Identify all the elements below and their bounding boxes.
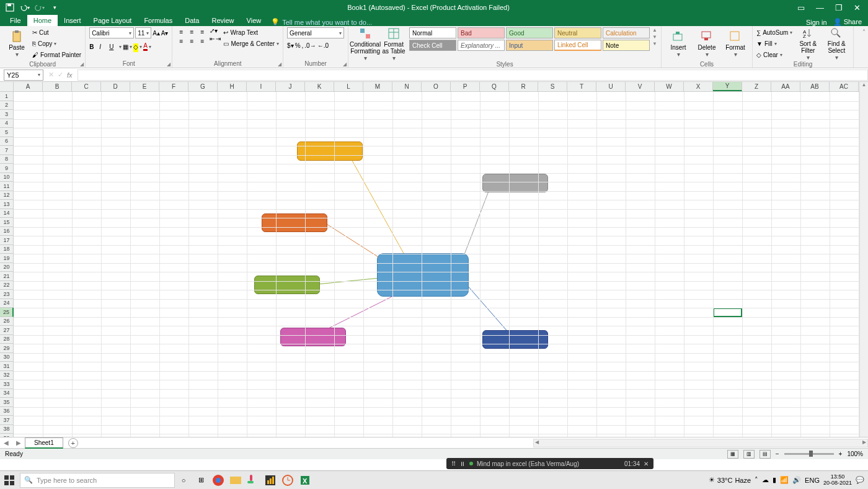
styles-scroll-down-icon[interactable]: ▼ xyxy=(652,34,657,40)
row-header[interactable]: 26 xyxy=(0,317,14,326)
format-cells-button[interactable]: Format▾ xyxy=(722,27,748,61)
style-neutral[interactable]: Neutral xyxy=(554,27,601,38)
comma-format-icon[interactable]: , xyxy=(302,42,304,49)
language-indicator[interactable]: ENG xyxy=(805,477,820,484)
zoom-in-icon[interactable]: + xyxy=(839,451,843,457)
accounting-format-icon[interactable]: $▾ xyxy=(287,42,294,49)
column-header[interactable]: Q xyxy=(480,82,509,91)
column-header[interactable]: AA xyxy=(771,82,800,91)
row-header[interactable]: 29 xyxy=(0,344,14,353)
normal-view-icon[interactable]: ▦ xyxy=(727,450,738,459)
row-header[interactable]: 8 xyxy=(0,155,14,164)
sheet-tab-1[interactable]: Sheet1 xyxy=(25,437,63,449)
column-header[interactable]: J xyxy=(276,82,305,91)
recording-close-icon[interactable]: ✕ xyxy=(644,460,649,467)
excel-icon[interactable]: X xyxy=(296,471,314,490)
sheet-nav-next-icon[interactable]: ▶ xyxy=(12,439,25,446)
find-select-button[interactable]: Find & Select▾ xyxy=(823,27,849,61)
column-header[interactable]: E xyxy=(130,82,159,91)
column-header[interactable]: N xyxy=(392,82,422,91)
row-header[interactable]: 1 xyxy=(0,92,14,101)
row-header[interactable]: 7 xyxy=(0,146,14,155)
tab-page-layout[interactable]: Page Layout xyxy=(87,15,138,26)
name-box[interactable]: Y25▾ xyxy=(4,70,43,81)
shape-orange[interactable] xyxy=(262,213,327,232)
action-center-icon[interactable]: 💬 xyxy=(856,476,864,484)
column-header[interactable]: AC xyxy=(830,82,859,91)
fx-icon[interactable]: fx xyxy=(67,71,73,79)
underline-button[interactable]: U xyxy=(109,43,118,50)
cut-button[interactable]: ✂Cut xyxy=(32,27,81,37)
wifi-icon[interactable]: 📶 xyxy=(780,476,789,484)
add-sheet-button[interactable]: + xyxy=(68,438,78,448)
weather-widget[interactable]: ☀ 33°C Haze xyxy=(709,476,751,484)
row-header[interactable]: 33 xyxy=(0,380,14,389)
style-good[interactable]: Good xyxy=(506,27,553,38)
cells-area[interactable] xyxy=(14,92,859,437)
shape-green[interactable] xyxy=(254,276,320,294)
style-linked-cell[interactable]: Linked Cell xyxy=(554,40,601,51)
cortana-icon[interactable]: ○ xyxy=(175,471,192,490)
row-header[interactable]: 13 xyxy=(0,200,14,209)
row-header[interactable]: 5 xyxy=(0,128,14,137)
decrease-font-icon[interactable]: A▾ xyxy=(161,30,169,37)
row-header[interactable]: 17 xyxy=(0,236,14,245)
number-dialog-icon[interactable]: ◢ xyxy=(343,61,347,67)
number-format-combo[interactable]: General▾ xyxy=(287,27,344,38)
row-header[interactable]: 10 xyxy=(0,173,14,182)
row-header[interactable]: 36 xyxy=(0,407,14,416)
column-header[interactable]: W xyxy=(655,82,684,91)
style-bad[interactable]: Bad xyxy=(458,27,505,38)
ribbon-display-icon[interactable]: ▭ xyxy=(797,3,805,12)
row-header[interactable]: 35 xyxy=(0,398,14,407)
tell-me-search[interactable]: 💡 Tell me what you want to do... xyxy=(267,18,372,26)
paste-button[interactable]: Paste ▾ xyxy=(4,27,30,61)
row-header[interactable]: 15 xyxy=(0,218,14,227)
bold-button[interactable]: B xyxy=(89,43,98,50)
row-header[interactable]: 6 xyxy=(0,137,14,146)
row-header[interactable]: 20 xyxy=(0,263,14,272)
cancel-formula-icon[interactable]: ✕ xyxy=(48,71,54,79)
save-icon[interactable] xyxy=(5,2,15,12)
qat-customize-icon[interactable]: ▾ xyxy=(50,2,60,12)
percent-format-icon[interactable]: % xyxy=(295,42,301,49)
vertical-scrollbar[interactable]: ▲ xyxy=(859,82,868,437)
start-button[interactable] xyxy=(0,471,19,490)
row-header[interactable]: 37 xyxy=(0,416,14,425)
redo-icon[interactable]: ▾ xyxy=(35,2,45,12)
style-explanatory[interactable]: Explanatory ... xyxy=(458,40,505,51)
column-header[interactable]: K xyxy=(305,82,334,91)
column-header[interactable]: S xyxy=(538,82,567,91)
column-header[interactable]: T xyxy=(567,82,596,91)
column-header[interactable]: A xyxy=(14,82,43,91)
sort-filter-button[interactable]: AZSort & Filter▾ xyxy=(795,27,821,61)
column-header[interactable]: G xyxy=(188,82,218,91)
tab-data[interactable]: Data xyxy=(179,15,205,26)
merge-center-button[interactable]: ▭Merge & Center▾ xyxy=(223,38,279,48)
row-header[interactable]: 4 xyxy=(0,119,14,128)
enter-formula-icon[interactable]: ✓ xyxy=(58,71,63,79)
shape-yellow[interactable] xyxy=(297,141,363,161)
fill-color-button[interactable]: ◇ xyxy=(133,43,138,50)
row-header[interactable]: 31 xyxy=(0,362,14,371)
row-header[interactable]: 39 xyxy=(0,434,14,437)
column-header[interactable]: D xyxy=(101,82,130,91)
font-name-combo[interactable]: Calibri▾ xyxy=(89,27,134,38)
wrap-text-button[interactable]: ↩Wrap Text xyxy=(223,27,279,37)
recording-drag-icon[interactable]: ⠿ xyxy=(451,460,456,467)
row-header[interactable]: 24 xyxy=(0,299,14,308)
style-input[interactable]: Input xyxy=(506,40,553,51)
share-button[interactable]: 👤 Share xyxy=(833,18,862,26)
row-header[interactable]: 14 xyxy=(0,209,14,218)
tab-review[interactable]: Review xyxy=(205,15,240,26)
close-icon[interactable]: ✕ xyxy=(854,3,861,12)
row-header[interactable]: 32 xyxy=(0,371,14,380)
italic-button[interactable]: I xyxy=(99,43,108,50)
tab-view[interactable]: View xyxy=(241,15,268,26)
align-top-icon[interactable]: ≡ xyxy=(176,27,186,36)
column-header[interactable]: O xyxy=(422,82,451,91)
sheet-nav-prev-icon[interactable]: ◀ xyxy=(0,439,12,446)
column-header[interactable]: Z xyxy=(742,82,771,91)
volume-icon[interactable]: 🔊 xyxy=(792,476,801,484)
delete-cells-button[interactable]: Delete▾ xyxy=(694,27,720,61)
